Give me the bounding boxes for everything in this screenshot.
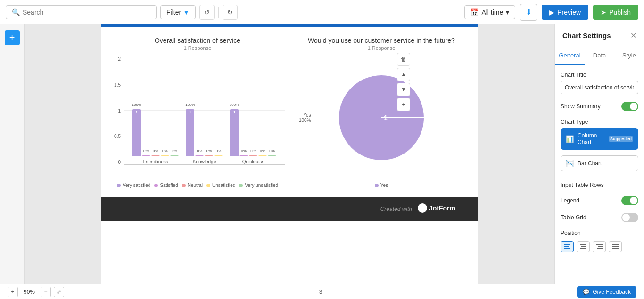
svg-rect-11 [598,246,603,247]
svg-rect-8 [581,246,586,247]
show-summary-toggle[interactable] [621,102,638,111]
pie-label-yes: Yes 100% [299,113,311,123]
legend-toggle[interactable] [621,196,638,205]
zoom-out-button[interactable]: − [41,287,51,297]
bar-chart-title: Overall satisfaction of service [110,37,285,44]
tab-data[interactable]: Data [585,47,614,65]
chart-title-label: Chart Title [561,72,638,78]
pie-yes-text: Yes [299,113,311,118]
zoom-in-button[interactable]: + [8,287,18,297]
bar-group-bars-2: 100% 1 0% 0% [186,109,223,156]
legend-item: Neutral [182,183,203,188]
publish-button[interactable]: ➤ Publish [593,5,638,20]
filter-label: Filter [166,8,181,16]
preview-button[interactable]: ▶ Preview [542,5,588,20]
search-box[interactable]: 🔍 [6,5,157,19]
bar-group-quickness: 100% 1 0% 0% [230,109,276,164]
svg-rect-7 [580,244,586,245]
show-summary-row: Show Summary [561,102,638,111]
bar-groups: 100% 1 0% 0% [124,57,285,164]
legend-row: Legend [561,196,638,205]
bar-group-friendliness: 100% 1 0% 0% [132,109,179,164]
legend-item: Satisfied [154,183,178,188]
legend-dot [375,184,379,187]
calendar-icon: 📅 [471,8,479,16]
pos-right-button[interactable] [593,241,606,252]
pos-left-button[interactable] [561,241,574,252]
position-label: Position [561,230,638,236]
chart-title-input[interactable] [561,81,638,94]
pie-yes-pct: 100% [299,118,311,123]
pos-justify-button[interactable] [609,241,622,252]
redo-button[interactable]: ↻ [223,5,238,20]
column-chart-option[interactable]: 📊 Column Chart Suggested [561,128,638,150]
search-input[interactable] [23,8,150,16]
settings-tabs: General Data Style [555,47,644,65]
main-layout: + Overall satisfaction of service 1 Resp… [0,24,644,299]
undo-button[interactable]: ↺ [199,5,215,20]
search-icon: 🔍 [12,8,20,16]
y-label-0-5: 0.5 [114,134,122,139]
canvas-wrapper: Overall satisfaction of service 1 Respon… [25,24,554,299]
svg-rect-15 [612,248,619,249]
topbar: 🔍 Filter ▼ ↺ ↻ 📅 All time ▾ ⬇ ▶ Preview … [0,0,644,24]
canvas-controls: 🗑 ▲ ▼ + [397,53,410,111]
bar-chart-option[interactable]: 📉 Bar Chart [561,155,638,171]
settings-header: Chart Settings ✕ [555,24,644,47]
bar-chart-area: 2 1.5 1 0.5 0 [110,57,285,179]
svg-rect-10 [596,244,603,245]
legend-item: Very unsatisfied [239,183,278,188]
toggle-knob [630,197,637,204]
position-group: Position [561,230,638,252]
pos-center-button[interactable] [577,241,590,252]
y-label-1: 1 [118,108,122,113]
page-number: 3 [319,289,322,295]
align-center-icon [580,244,586,250]
svg-rect-14 [612,246,619,247]
tab-style[interactable]: Style [614,47,644,65]
legend-label: Unsatisfied [212,183,235,188]
close-button[interactable]: ✕ [630,31,636,40]
divider [218,7,219,18]
charts-container: Overall satisfaction of service 1 Respon… [101,27,478,197]
pie-chart-subtitle: 1 Response [294,45,469,51]
fit-button[interactable]: ⤢ [54,287,64,297]
legend-item: Unsatisfied [206,183,235,188]
filter-button[interactable]: Filter ▼ [160,5,196,19]
svg-rect-12 [597,248,603,249]
bar-chart-label: Bar Chart [578,160,602,167]
legend-dot [154,184,158,187]
download-button[interactable]: ⬇ [520,4,537,21]
footer-text: Created with [380,206,412,212]
bar-group-bars-1: 100% 1 0% 0% [132,109,179,156]
align-justify-icon [612,244,619,250]
alltime-button[interactable]: 📅 All time ▾ [464,5,515,19]
table-grid-toggle[interactable] [621,213,638,222]
publish-icon: ➤ [601,8,606,16]
add-section-button[interactable]: + [397,98,410,111]
chart-type-group: Chart Type 📊 Column Chart Suggested 📉 Ba… [561,119,638,174]
legend-label: Satisfied [160,183,178,188]
delete-button[interactable]: 🗑 [397,53,410,66]
bar-chart-icon: 📉 [566,160,574,167]
give-feedback-button[interactable]: 💬 Give Feedback [577,286,636,298]
pie-chart-title: Would you use our customer service in th… [294,37,469,44]
tab-general[interactable]: General [555,47,585,65]
left-sidebar: + [0,24,25,299]
pie-area: Yes 100% 1 [294,57,469,179]
move-up-button[interactable]: ▲ [397,68,410,81]
column-chart-icon: 📊 [566,135,574,143]
bar-group-label: Friendliness [143,159,168,164]
add-button[interactable]: + [5,30,20,45]
input-table-rows-label: Input Table Rows [561,182,638,188]
canvas-area[interactable]: Overall satisfaction of service 1 Respon… [25,24,554,299]
move-down-button[interactable]: ▼ [397,83,410,96]
bar-chart-legend: Very satisfied Satisfied Neutral [110,183,285,188]
align-left-icon [564,244,570,250]
y-label-2: 2 [118,57,122,62]
bar-chart-subtitle: 1 Response [110,45,285,51]
bar: 0% [268,155,276,156]
column-chart-label: Column Chart [578,132,603,145]
bar: 0% [170,155,179,156]
legend-dot [206,184,210,187]
